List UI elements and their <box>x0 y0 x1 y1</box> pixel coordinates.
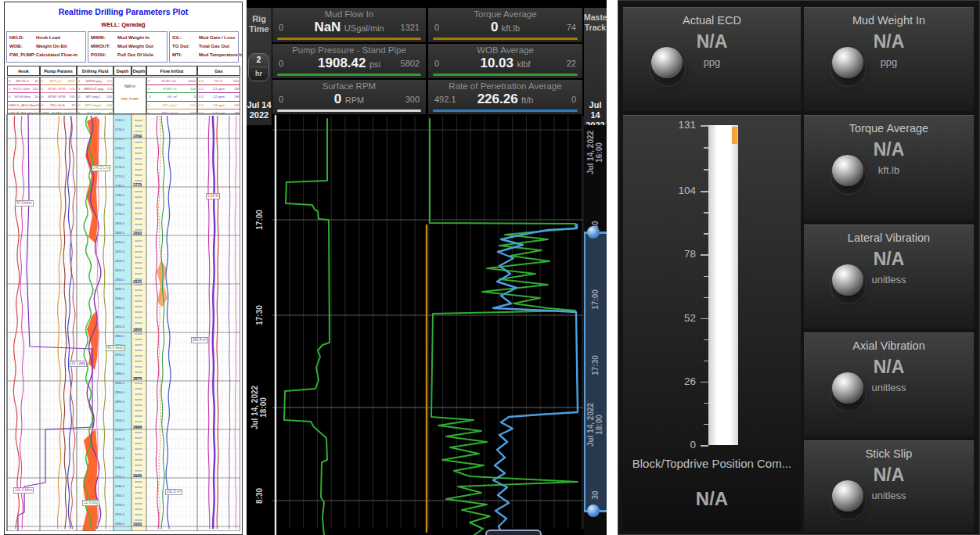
gauge-marker <box>732 127 737 144</box>
svg-text:2850.0: 2850.0 <box>115 316 124 319</box>
gauge-tick-label: 52 <box>665 312 696 324</box>
block-position-gauge: 1311047852260 Block/Topdrive Position Co… <box>623 115 801 532</box>
svg-text:2955.0: 2955.0 <box>115 513 124 516</box>
svg-text:2930.0: 2930.0 <box>115 466 124 469</box>
svg-text:2815.0: 2815.0 <box>115 250 124 253</box>
svg-text:2760.0: 2760.0 <box>115 147 124 150</box>
svg-text:2820.0: 2820.0 <box>115 260 124 263</box>
track-header-pump: Pump Params <box>40 66 77 76</box>
svg-text:2875: 2875 <box>133 376 142 381</box>
svg-text:2825: 2825 <box>133 279 142 284</box>
svg-text:2900.0: 2900.0 <box>115 410 124 413</box>
svg-text:2800: 2800 <box>133 231 142 235</box>
svg-text:2885.0: 2885.0 <box>115 382 124 385</box>
svg-text:2845.0: 2845.0 <box>115 307 124 310</box>
gauge-tick-label: 78 <box>665 248 696 260</box>
svg-text:2870.0: 2870.0 <box>115 354 124 357</box>
svg-text:2785.0: 2785.0 <box>115 194 124 197</box>
gauge-minor-tick <box>704 169 708 171</box>
svg-text:2765.0: 2765.0 <box>115 156 124 160</box>
time-axis-label: 30 <box>591 490 600 499</box>
scale-col-pump: 0SPP psi58020SPM1 SPM2000SPM2 SPM2000TRQ… <box>40 77 77 114</box>
svg-text:2860.0: 2860.0 <box>115 335 124 338</box>
card-axial-vibration: Axial Vibration N/A unitless <box>804 332 974 436</box>
svg-text:2825.0: 2825.0 <box>115 269 124 272</box>
track-header-gas: Gas <box>197 66 240 76</box>
svg-text:2940.0: 2940.0 <box>115 485 124 488</box>
plot-annotation: 12.9 ppg <box>82 500 99 506</box>
svg-text:2915.0: 2915.0 <box>115 438 124 441</box>
card-stick-slip: Stick Slip N/A unitless <box>804 440 974 532</box>
status-sphere-icon <box>832 47 863 78</box>
card-torque-average: Torque Average N/A kft.lb <box>804 115 974 221</box>
track-header-depth1: Depth <box>113 66 132 76</box>
svg-text:2835.0: 2835.0 <box>115 288 124 291</box>
svg-text:2790.0: 2790.0 <box>115 203 124 206</box>
svg-text:2950: 2950 <box>133 522 142 526</box>
gauge-label: Block/Topdrive Position Com... <box>623 457 801 470</box>
status-sphere-icon <box>832 480 863 512</box>
track-header-depth2: Depth <box>132 66 146 76</box>
plot-annotation: 13.1 ppg <box>70 361 87 367</box>
svg-text:2800.0: 2800.0 <box>115 222 124 225</box>
svg-text:2895.0: 2895.0 <box>115 400 124 404</box>
status-sphere-icon <box>832 155 863 186</box>
svg-text:2850: 2850 <box>133 328 142 332</box>
time-axis-label: Jul 14, 202218:00 <box>250 386 268 429</box>
svg-text:2960.0: 2960.0 <box>115 522 124 526</box>
gauge-minor-tick <box>704 147 708 149</box>
gauge-minor-tick <box>704 424 708 425</box>
legend-column-3: G/L:Mud Gain / Loss TG Out:Total Gas Out… <box>169 31 239 63</box>
range-handle[interactable] <box>587 504 600 517</box>
svg-text:2875.0: 2875.0 <box>115 363 124 366</box>
scale-col-flow: 0FLWI L/m40000FLWO %100-5G/L m³50MTI deg… <box>146 77 197 114</box>
time-axis-label: 17:30 <box>591 355 600 375</box>
time-axis-label: Jul 14, 202218:00 <box>586 403 603 447</box>
svg-text:2925.0: 2925.0 <box>115 457 124 460</box>
time-axis-label: 17:00 <box>591 289 600 310</box>
plot-annotation: 9.18 % <box>206 193 220 199</box>
page-title: Realtime Drilling Parameters Plot <box>5 7 242 16</box>
svg-text:2750: 2750 <box>133 134 142 138</box>
range-handle[interactable] <box>587 226 600 239</box>
svg-text:2920.0: 2920.0 <box>115 447 124 451</box>
gauge-minor-tick <box>704 339 708 341</box>
svg-text:2810.0: 2810.0 <box>115 241 124 244</box>
plot-annotation: 262.4 m³ <box>191 337 208 343</box>
well-log-plot: 2745.02750.02755.02760.02765.02770.02775… <box>5 114 240 531</box>
drilling-dashboard: Realtime Drilling Parameters Plot WELL: … <box>0 0 980 535</box>
track-header-flow: Flow In/Out <box>146 66 197 76</box>
status-sphere-icon <box>832 264 863 296</box>
svg-text:2855.0: 2855.0 <box>115 325 124 329</box>
gauge-major-tick <box>701 318 708 320</box>
status-sphere-icon <box>651 47 683 78</box>
plot-annotation: 97.9 klbm <box>15 200 34 206</box>
legend-column-2: MWIN:Mud Weight In MWOUT:Mud Weight Out … <box>88 31 168 63</box>
gauge-minor-tick <box>704 276 708 278</box>
status-sphere-icon <box>832 372 863 404</box>
card-lateral-vibration: Lateral Vibration N/A unitless <box>804 224 974 329</box>
depth-note: NaN m <box>114 84 146 88</box>
gauge-tick-label: 131 <box>665 119 696 131</box>
gauge-tick-label: 104 <box>665 185 696 196</box>
gauge-minor-tick <box>704 212 708 214</box>
scale-col-hook: 0BPOS m450HKLD klbm5000WOB klbm500HKLD_A… <box>7 77 40 114</box>
gauge-minor-tick <box>704 233 708 235</box>
svg-text:2945.0: 2945.0 <box>115 494 124 497</box>
svg-text:2950.0: 2950.0 <box>115 504 124 507</box>
gauge-major-tick <box>701 445 708 447</box>
master-track-scrollbar[interactable]: Jul 14, 202216:003017:0017:30Jul 14, 202… <box>584 125 607 535</box>
track-header-fluid: Drilling Fluid <box>77 66 113 76</box>
track-header-hook: Hook <box>7 66 40 76</box>
gauge-tick-label: 26 <box>665 375 696 387</box>
svg-text:2830.0: 2830.0 <box>115 278 124 282</box>
svg-text:2750.0: 2750.0 <box>115 128 124 131</box>
time-axis-label: Jul 14, 202216:00 <box>586 131 603 174</box>
bottom-handle[interactable] <box>485 530 542 535</box>
svg-text:2775.0: 2775.0 <box>115 175 124 178</box>
time-axis-label: 17:30 <box>255 305 264 325</box>
svg-text:2900: 2900 <box>133 425 142 429</box>
svg-text:2795.0: 2795.0 <box>115 213 124 216</box>
pump-note: FWI_PUMP <box>114 97 146 101</box>
rig-time-track-panel: RigTime 2 hr Jul 142022 MasterTrack Jul … <box>247 0 607 535</box>
